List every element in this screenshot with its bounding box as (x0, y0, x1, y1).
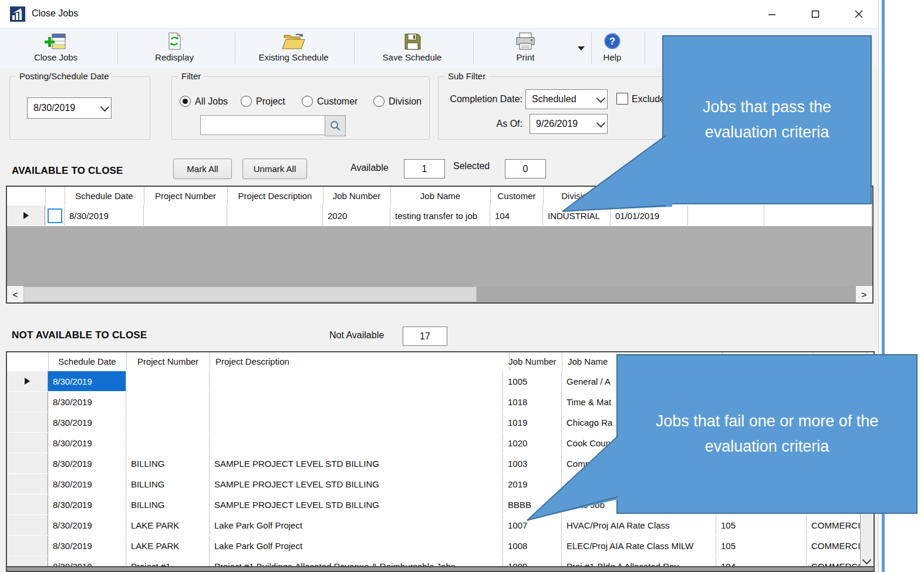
column-header[interactable]: Job Number (503, 352, 562, 371)
row-selector[interactable] (7, 494, 48, 514)
column-header[interactable]: Schedule Date (65, 187, 144, 205)
completion-date-combobox[interactable]: Scheduled (525, 89, 608, 109)
row-selector[interactable] (7, 412, 48, 432)
minimize-button[interactable] (758, 4, 785, 25)
job-checkbox[interactable] (48, 208, 62, 223)
column-header[interactable]: Division (543, 187, 611, 205)
table-cell[interactable]: LAKE PARK (126, 515, 210, 535)
table-cell[interactable] (126, 433, 210, 453)
column-header[interactable]: Project Description (227, 187, 323, 205)
table-cell[interactable]: 8/30/2019 (48, 494, 126, 514)
scroll-right-button[interactable]: > (856, 286, 872, 302)
mark-all-button[interactable]: Mark All (173, 159, 232, 179)
scroll-left-button[interactable]: < (7, 286, 23, 302)
table-cell[interactable]: Lake Park Golf Project (210, 515, 503, 535)
print-dropdown-arrow[interactable] (578, 46, 585, 51)
table-cell[interactable]: 8/30/2019 (65, 206, 144, 226)
posting-date-combobox[interactable]: 8/30/2019 (27, 97, 112, 119)
table-cell[interactable] (210, 412, 503, 432)
search-button[interactable] (325, 115, 346, 136)
table-cell[interactable]: 105 (716, 536, 807, 556)
table-cell[interactable]: 2020 (323, 206, 390, 226)
table-cell[interactable]: 1019 (503, 412, 562, 432)
table-cell[interactable]: 8/30/2019 (48, 412, 126, 432)
table-row[interactable]: 8/30/2019 LAKE PARK Lake Park Golf Proje… (7, 515, 874, 536)
table-cell[interactable]: 8/30/2019 (48, 515, 126, 535)
table-cell[interactable]: INDUSTRIAL (543, 206, 611, 226)
table-cell[interactable] (210, 433, 503, 453)
table-cell[interactable]: COMMERCIAL (807, 515, 861, 535)
table-cell[interactable]: 2019 (503, 474, 562, 494)
column-header[interactable]: Job Name (390, 187, 491, 205)
radio-all-jobs[interactable]: All Jobs (180, 96, 228, 107)
help-button[interactable]: ? Help (592, 30, 633, 66)
table-cell[interactable]: 8/30/2019 (48, 433, 126, 453)
row-selector[interactable] (7, 536, 48, 556)
table-cell[interactable]: 8/30/2019 (48, 474, 126, 494)
row-selector[interactable] (7, 474, 48, 494)
table-cell[interactable] (210, 371, 503, 391)
radio-customer[interactable]: Customer (302, 96, 358, 107)
scrollbar-thumb[interactable] (23, 287, 477, 302)
print-button[interactable]: Print (493, 30, 558, 66)
redisplay-button[interactable]: Redisplay (139, 30, 210, 66)
row-checkbox-cell[interactable] (45, 206, 65, 226)
table-cell[interactable]: HVAC/Proj AIA Rate Class (562, 515, 716, 535)
table-cell[interactable]: 1007 (503, 515, 562, 535)
close-jobs-button[interactable]: Close Jobs (21, 30, 91, 66)
table-cell[interactable]: testing transfer to job (390, 206, 490, 226)
table-cell[interactable] (210, 392, 503, 412)
table-cell-selected[interactable]: 8/30/2019 (48, 371, 126, 391)
unmark-all-button[interactable]: Unmark All (242, 159, 307, 179)
table-cell[interactable]: 104 (490, 206, 543, 226)
table-cell[interactable] (126, 412, 210, 432)
row-selector[interactable] (7, 433, 48, 453)
table-row[interactable]: 8/30/2019 LAKE PARK Lake Park Golf Proje… (7, 536, 874, 557)
table-cell[interactable]: 1018 (503, 392, 562, 412)
table-cell[interactable]: 8/30/2019 (48, 453, 126, 473)
table-cell[interactable]: 8/30/2019 (48, 392, 126, 412)
column-header[interactable]: Schedule Date (48, 352, 127, 371)
scroll-down-button[interactable] (861, 554, 873, 567)
table-cell[interactable]: ELEC/Proj AIA Rate Class MILW (562, 536, 716, 556)
table-cell[interactable]: LAKE PARK (126, 536, 210, 556)
maximize-button[interactable] (802, 4, 829, 25)
table-cell[interactable]: 01/01/2019 (611, 206, 688, 226)
table-cell-empty[interactable] (764, 206, 872, 226)
table-cell[interactable]: BILLING (126, 494, 210, 514)
table-cell[interactable]: 1003 (503, 453, 562, 473)
row-selector[interactable] (7, 206, 45, 226)
table-cell-empty[interactable] (688, 206, 764, 226)
column-header[interactable]: Project Number (144, 187, 228, 205)
row-selector[interactable] (7, 371, 48, 391)
column-header[interactable]: Project Number (126, 352, 210, 371)
table-cell[interactable]: COMMERCIAL (807, 536, 861, 556)
table-cell[interactable]: BILLING (126, 453, 210, 473)
column-header[interactable]: Customer (490, 187, 544, 205)
row-selector[interactable] (7, 515, 48, 535)
table-cell[interactable]: 8/30/2019 (48, 536, 126, 556)
table-cell[interactable] (126, 392, 210, 412)
horizontal-scrollbar[interactable] (7, 566, 874, 571)
existing-schedule-button[interactable]: Existing Schedule (247, 30, 340, 66)
table-cell[interactable]: BILLING (126, 474, 210, 494)
column-header[interactable]: Job Number (323, 187, 391, 205)
table-cell[interactable]: SAMPLE PROJECT LEVEL STD BILLING (210, 494, 503, 514)
table-cell[interactable]: 1020 (503, 433, 562, 453)
table-cell[interactable]: BBBB (503, 494, 562, 514)
table-cell[interactable]: SAMPLE PROJECT LEVEL STD BILLING (210, 474, 503, 494)
as-of-combobox[interactable]: 9/26/2019 (530, 114, 608, 134)
close-button[interactable] (845, 4, 872, 25)
table-cell[interactable]: 105 (716, 515, 807, 535)
table-cell[interactable] (144, 206, 227, 226)
table-cell[interactable]: Lake Park Golf Project (210, 536, 503, 556)
radio-division[interactable]: Division (373, 96, 421, 107)
table-row[interactable]: 8/30/2019 2020 testing transfer to job 1… (7, 206, 872, 227)
table-cell[interactable] (227, 206, 323, 226)
table-cell[interactable]: 1005 (503, 371, 562, 391)
row-selector[interactable] (7, 453, 48, 473)
table-cell[interactable]: SAMPLE PROJECT LEVEL STD BILLING (210, 453, 503, 473)
exclude-checkbox[interactable] (616, 93, 628, 105)
save-schedule-button[interactable]: Save Schedule (371, 30, 453, 66)
radio-project[interactable]: Project (241, 96, 285, 107)
